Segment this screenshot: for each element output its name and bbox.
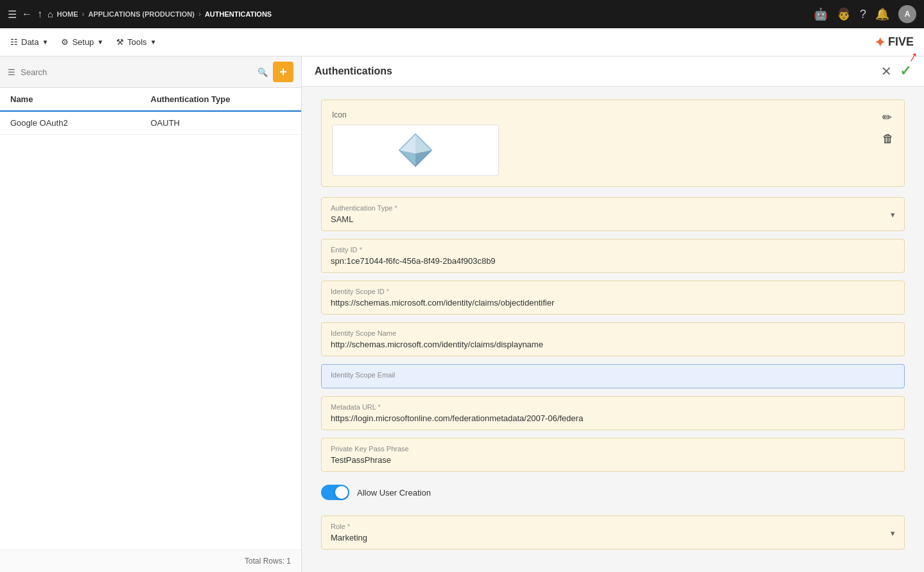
breadcrumb: ⌂ HOME › APPLICATIONS (PRODUCTION) › AUT… xyxy=(48,9,808,19)
identity-scope-name-field[interactable]: Identity Scope Name http://schemas.micro… xyxy=(321,322,905,356)
setup-gear-icon: ⚙ xyxy=(61,37,69,47)
authentication-type-dropdown-icon[interactable]: ▾ xyxy=(891,209,895,219)
filter-icon: ☰ xyxy=(8,67,15,77)
private-key-value: TestPassPhrase xyxy=(331,455,391,465)
tools-arrow: ▼ xyxy=(150,39,157,46)
avatar[interactable]: A xyxy=(898,5,916,23)
main-layout: ☰ 🔍 + Name Authentication Type Google OA… xyxy=(0,56,924,572)
sec-nav-left: ☷ Data ▼ ⚙ Setup ▼ ⚒ Tools ▼ xyxy=(10,37,157,47)
sidebar: ☰ 🔍 + Name Authentication Type Google OA… xyxy=(0,56,302,572)
add-button[interactable]: + xyxy=(273,62,293,82)
data-table: Name Authentication Type Google OAuth2 O… xyxy=(0,88,301,550)
save-check-button[interactable]: ✓ xyxy=(900,63,911,80)
delete-icon-button[interactable]: 🗑 xyxy=(882,132,894,146)
sidebar-footer: Total Rows: 1 xyxy=(0,550,301,572)
top-navbar: ☰ ← ↑ ⌂ HOME › APPLICATIONS (PRODUCTION)… xyxy=(0,0,924,28)
role-label: Role * xyxy=(331,523,895,530)
identity-scope-email-label: Identity Scope Email xyxy=(331,371,895,379)
role-field[interactable]: Role * Marketing ▾ xyxy=(321,516,905,550)
search-icon[interactable]: 🔍 xyxy=(257,67,268,77)
data-grid-icon: ☷ xyxy=(10,37,18,47)
icon-preview-box: Icon xyxy=(332,110,869,176)
column-header-type: Authentication Type xyxy=(151,94,292,104)
user-icon[interactable]: 👨 xyxy=(837,7,851,21)
breadcrumb-home[interactable]: HOME xyxy=(57,10,78,18)
logo-star-icon: ✦ xyxy=(875,35,885,50)
help-icon[interactable]: ? xyxy=(860,8,866,21)
private-key-field[interactable]: Private Key Pass Phrase TestPassPhrase xyxy=(321,438,905,472)
hamburger-icon[interactable]: ☰ xyxy=(8,8,17,21)
metadata-url-value: https://login.microsoftonline.com/federa… xyxy=(331,413,583,423)
metadata-url-field[interactable]: Metadata URL * https://login.microsofton… xyxy=(321,396,905,430)
identity-scope-email-field[interactable]: Identity Scope Email xyxy=(321,364,905,388)
tools-menu[interactable]: ⚒ Tools ▼ xyxy=(116,37,156,47)
detail-title: Authentications xyxy=(315,65,392,77)
topnav-right-icons: 🤖 👨 ? 🔔 A xyxy=(814,5,916,23)
authentication-type-value: SAML xyxy=(331,214,353,224)
setup-label: Setup xyxy=(72,37,94,47)
svg-marker-1 xyxy=(415,134,431,153)
icon-preview xyxy=(332,125,499,176)
role-dropdown-icon[interactable]: ▾ xyxy=(891,528,895,537)
icon-upload-area: Icon ✏ 🗑 xyxy=(321,100,905,187)
five-logo: ✦ FIVE xyxy=(875,35,914,50)
allow-user-creation-toggle[interactable] xyxy=(321,485,349,500)
setup-menu[interactable]: ⚙ Setup ▼ xyxy=(61,37,103,47)
icon-field-label: Icon xyxy=(332,110,869,119)
breadcrumb-sep-2: › xyxy=(198,10,201,19)
logo-text: FIVE xyxy=(888,35,914,49)
identity-scope-id-value: https://schemas.microsoft.com/identity/c… xyxy=(331,298,554,308)
icon-actions: ✏ 🗑 xyxy=(877,110,894,146)
entity-id-value: spn:1ce71044-f6fc-456a-8f49-2ba4f903c8b9 xyxy=(331,256,496,266)
breadcrumb-sep-1: › xyxy=(82,10,84,19)
notification-icon[interactable]: 🔔 xyxy=(875,7,889,21)
detail-header-actions: ✕ ✓ ↑ xyxy=(881,63,911,80)
diamond-svg-icon xyxy=(396,131,435,169)
row-type: OAUTH xyxy=(151,118,292,128)
detail-header: Authentications ✕ ✓ ↑ xyxy=(302,56,924,87)
secondary-navbar: ☷ Data ▼ ⚙ Setup ▼ ⚒ Tools ▼ ✦ FIVE xyxy=(0,28,924,56)
allow-user-creation-label: Allow User Creation xyxy=(357,488,431,498)
tools-wrench-icon: ⚒ xyxy=(116,37,124,47)
authentication-type-field[interactable]: Authentication Type * SAML ▾ xyxy=(321,197,905,231)
detail-panel: Authentications ✕ ✓ ↑ Icon xyxy=(302,56,924,572)
breadcrumb-applications[interactable]: APPLICATIONS (PRODUCTION) xyxy=(88,10,194,18)
total-rows-label: Total Rows: 1 xyxy=(245,557,291,566)
metadata-url-label: Metadata URL * xyxy=(331,403,895,411)
setup-arrow: ▼ xyxy=(97,39,103,46)
data-label: Data xyxy=(21,37,39,47)
authentication-type-label: Authentication Type * xyxy=(331,204,895,212)
tools-label: Tools xyxy=(127,37,146,47)
identity-scope-id-label: Identity Scope ID * xyxy=(331,288,895,295)
column-header-name: Name xyxy=(10,94,151,104)
role-value: Marketing xyxy=(331,533,367,542)
sidebar-search-bar: ☰ 🔍 + xyxy=(0,56,301,88)
data-menu[interactable]: ☷ Data ▼ xyxy=(10,37,48,47)
allow-user-creation-row: Allow User Creation xyxy=(321,480,905,505)
detail-content: Icon ✏ 🗑 xyxy=(302,87,924,572)
entity-id-field[interactable]: Entity ID * spn:1ce71044-f6fc-456a-8f49-… xyxy=(321,239,905,273)
search-input[interactable] xyxy=(21,67,252,77)
private-key-label: Private Key Pass Phrase xyxy=(331,445,895,453)
home-icon: ⌂ xyxy=(48,9,53,19)
up-icon[interactable]: ↑ xyxy=(37,8,42,20)
assistant-icon[interactable]: 🤖 xyxy=(814,7,828,21)
edit-icon-button[interactable]: ✏ xyxy=(882,110,894,125)
svg-marker-2 xyxy=(399,134,415,153)
identity-scope-id-field[interactable]: Identity Scope ID * https://schemas.micr… xyxy=(321,281,905,315)
row-name: Google OAuth2 xyxy=(10,118,151,128)
table-row[interactable]: Google OAuth2 OAUTH xyxy=(0,112,301,135)
data-arrow: ▼ xyxy=(42,39,48,46)
breadcrumb-authentications[interactable]: AUTHENTICATIONS xyxy=(205,10,272,18)
identity-scope-name-label: Identity Scope Name xyxy=(331,329,895,337)
identity-scope-name-value: http://schemas.microsoft.com/identity/cl… xyxy=(331,340,543,349)
table-header: Name Authentication Type xyxy=(0,88,301,112)
back-icon[interactable]: ← xyxy=(22,8,32,20)
close-button[interactable]: ✕ xyxy=(881,64,892,79)
entity-id-label: Entity ID * xyxy=(331,246,895,254)
